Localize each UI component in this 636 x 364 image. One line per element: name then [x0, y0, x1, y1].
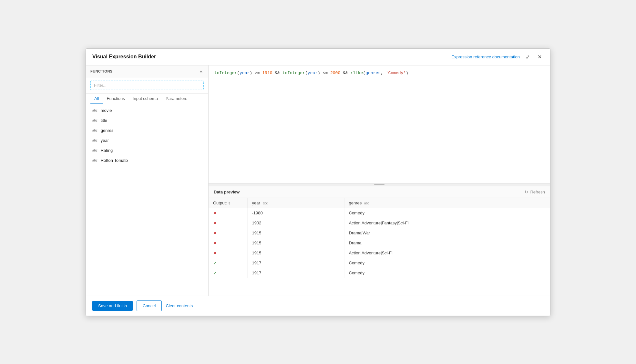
output-cell: ✕	[209, 248, 247, 258]
type-badge: abc	[92, 159, 97, 162]
col-header-year: year abc	[247, 198, 344, 208]
expr-2000: 2000	[330, 71, 340, 75]
cancel-button[interactable]: Cancel	[137, 300, 162, 311]
output-cell: ✕	[209, 228, 247, 238]
refresh-label: Refresh	[530, 190, 545, 194]
expr-rlike: rlike	[350, 71, 363, 75]
expr-toInteger-1: toInteger	[214, 71, 237, 75]
type-badge: abc	[92, 119, 97, 122]
year-cell: 1915	[247, 238, 344, 248]
divider-handle[interactable]	[209, 183, 550, 186]
item-label: title	[101, 118, 107, 123]
item-label: year	[101, 138, 109, 143]
filter-box	[86, 77, 208, 93]
genres-cell: Action|Adventure|Sci-Fi	[344, 248, 550, 258]
output-cell: ✕	[209, 208, 247, 218]
item-label: movie	[101, 108, 112, 113]
schema-list: abc movie abc title abc genres abc year …	[86, 104, 208, 296]
genres-cell: Comedy	[344, 268, 550, 278]
preview-header: Data preview ↻ Refresh	[209, 186, 550, 198]
filter-input[interactable]	[90, 81, 204, 90]
save-and-finish-button[interactable]: Save and finish	[92, 301, 133, 311]
table-row: ✕ 1915 Drama|War	[209, 228, 550, 238]
preview-title: Data preview	[214, 190, 240, 194]
table-row: ✓ 1917 Comedy	[209, 258, 550, 268]
check-icon: ✓	[213, 271, 217, 276]
cross-icon: ✕	[213, 231, 217, 236]
year-cell: 1915	[247, 228, 344, 238]
output-cell: ✓	[209, 268, 247, 278]
main-area: FUNCTIONS « All Functions Input schema P…	[86, 65, 550, 296]
genres-cell: Comedy	[344, 258, 550, 268]
visual-expression-builder-modal: Visual Expression Builder Expression ref…	[86, 48, 550, 316]
expr-genres: genres	[365, 71, 381, 75]
type-badge: abc	[92, 109, 97, 112]
year-cell: 1902	[247, 218, 344, 228]
expr-year-2: year	[308, 71, 318, 75]
table-row: ✕ 1915 Action|Adventure|Sci-Fi	[209, 248, 550, 258]
item-label: genres	[101, 128, 114, 133]
divider-dot	[374, 184, 385, 185]
cross-icon: ✕	[213, 251, 217, 256]
preview-table: Output: ⇕ year abc genres abc	[209, 198, 550, 278]
type-badge: abc	[92, 149, 97, 152]
functions-panel-title: FUNCTIONS	[90, 69, 113, 73]
table-row: ✓ 1917 Comedy	[209, 268, 550, 278]
header-right: Expression reference documentation ⤢ ✕	[451, 53, 544, 61]
list-item[interactable]: abc genres	[86, 125, 208, 135]
list-item[interactable]: abc year	[86, 135, 208, 145]
genres-cell: Drama|War	[344, 228, 550, 238]
item-label: Rotton Tomato	[101, 158, 128, 163]
genres-cell: Action|Adventure|Fantasy|Sci-Fi	[344, 218, 550, 228]
cross-icon: ✕	[213, 211, 217, 216]
expression-editor[interactable]: toInteger(year) >= 1910 && toInteger(yea…	[209, 65, 550, 183]
type-badge: abc	[92, 129, 97, 132]
output-cell: ✓	[209, 258, 247, 268]
modal-footer: Save and finish Cancel Clear contents	[86, 296, 550, 316]
tab-parameters[interactable]: Parameters	[162, 93, 191, 104]
output-cell: ✕	[209, 238, 247, 248]
year-cell: 1917	[247, 268, 344, 278]
tab-all[interactable]: All	[90, 93, 103, 104]
cross-icon: ✕	[213, 221, 217, 226]
year-cell: -1980	[247, 208, 344, 218]
doc-link[interactable]: Expression reference documentation	[451, 54, 520, 59]
list-item[interactable]: abc Rotton Tomato	[86, 155, 208, 165]
col-header-genres: genres abc	[344, 198, 550, 208]
list-item[interactable]: abc movie	[86, 105, 208, 115]
left-panel: FUNCTIONS « All Functions Input schema P…	[86, 65, 209, 296]
genres-cell: Drama	[344, 238, 550, 248]
expr-comedy-string: 'Comedy'	[386, 71, 406, 75]
modal-title: Visual Expression Builder	[92, 54, 156, 60]
item-label: Rating	[101, 148, 113, 153]
cross-icon: ✕	[213, 241, 217, 246]
table-row: ✕ 1902 Action|Adventure|Fantasy|Sci-Fi	[209, 218, 550, 228]
expr-year-1: year	[240, 71, 250, 75]
output-cell: ✕	[209, 218, 247, 228]
type-badge: abc	[92, 139, 97, 142]
table-row: ✕ -1980 Comedy	[209, 208, 550, 218]
collapse-button[interactable]: «	[199, 69, 204, 74]
refresh-button[interactable]: ↻ Refresh	[525, 190, 545, 194]
tabs: All Functions Input schema Parameters	[86, 93, 208, 104]
modal-header: Visual Expression Builder Expression ref…	[86, 49, 550, 65]
list-item[interactable]: abc title	[86, 115, 208, 125]
preview-table-wrap: Output: ⇕ year abc genres abc	[209, 198, 550, 296]
data-preview-panel: Data preview ↻ Refresh Output: ⇕	[209, 186, 550, 296]
panel-header: FUNCTIONS «	[86, 65, 208, 77]
clear-contents-link[interactable]: Clear contents	[166, 303, 193, 308]
year-cell: 1915	[247, 248, 344, 258]
genres-cell: Comedy	[344, 208, 550, 218]
year-cell: 1917	[247, 258, 344, 268]
table-row: ✕ 1915 Drama	[209, 238, 550, 248]
table-header-row: Output: ⇕ year abc genres abc	[209, 198, 550, 208]
expr-1910: 1910	[262, 71, 272, 75]
expr-toInteger-2: toInteger	[282, 71, 305, 75]
expand-icon[interactable]: ⤢	[524, 53, 532, 61]
check-icon: ✓	[213, 261, 217, 266]
close-button[interactable]: ✕	[536, 53, 544, 61]
col-header-output: Output: ⇕	[209, 198, 247, 208]
tab-input-schema[interactable]: Input schema	[129, 93, 162, 104]
tab-functions[interactable]: Functions	[103, 93, 128, 104]
list-item[interactable]: abc Rating	[86, 145, 208, 155]
